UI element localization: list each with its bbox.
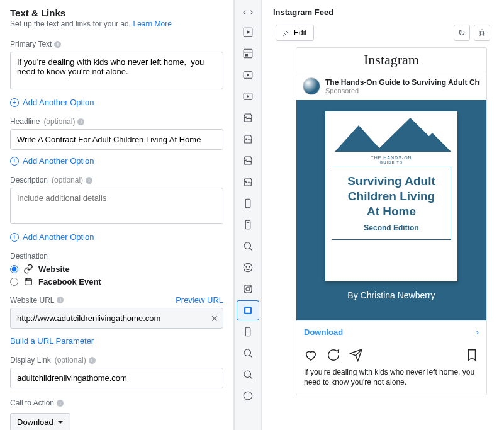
website-label: Website xyxy=(38,264,70,274)
share-icon[interactable] xyxy=(349,348,363,362)
primary-text-input[interactable]: If you're dealing with kids who never le… xyxy=(10,52,223,89)
placement-feed-play-icon[interactable] xyxy=(237,22,259,42)
display-link-label: Display Link xyxy=(10,356,51,365)
svg-marker-9 xyxy=(247,95,250,98)
add-text-label: Add Another Option xyxy=(23,232,94,242)
primary-text-label: Primary Text xyxy=(10,40,52,48)
learn-more-link[interactable]: Learn More xyxy=(133,20,171,28)
svg-point-23 xyxy=(244,349,251,356)
placement-marketplace4-icon[interactable] xyxy=(237,172,259,192)
svg-line-24 xyxy=(250,355,252,358)
optional-label: (optional) xyxy=(55,356,86,365)
section-title: Text & Links xyxy=(10,8,223,18)
radio-input[interactable] xyxy=(10,265,18,273)
bug-icon[interactable] xyxy=(474,25,490,41)
book-title: Surviving Adult Children Living At Home xyxy=(347,174,435,218)
info-icon[interactable]: i xyxy=(86,177,92,184)
build-url-param-link[interactable]: Build a URL Parameter xyxy=(10,336,94,346)
heart-icon[interactable] xyxy=(304,348,318,362)
placement-video-icon[interactable] xyxy=(237,65,259,85)
svg-point-15 xyxy=(246,266,247,268)
cta-value: Download xyxy=(17,417,53,427)
svg-point-14 xyxy=(244,263,252,272)
placement-mobile-store-icon[interactable] xyxy=(237,215,259,235)
info-icon[interactable]: i xyxy=(77,118,84,125)
destination-label: Destination xyxy=(10,252,48,261)
placement-messenger-icon[interactable] xyxy=(237,386,259,406)
svg-point-16 xyxy=(249,266,250,268)
next-placement-icon[interactable]: › xyxy=(249,5,254,19)
destination-website-radio[interactable]: Website xyxy=(10,264,223,274)
optional-label: (optional) xyxy=(43,117,75,126)
subtitle-text: Set up the text and links for your ad. xyxy=(10,20,131,28)
placement-instagram-icon[interactable] xyxy=(237,279,259,299)
ig-cta-button[interactable]: Download › xyxy=(296,320,486,343)
cta-label: Call to Action xyxy=(10,399,54,407)
calendar-icon xyxy=(23,276,33,286)
description-input[interactable] xyxy=(10,188,223,224)
placement-marketplace-icon[interactable] xyxy=(237,108,259,128)
description-label: Description xyxy=(10,176,48,184)
placement-search-icon[interactable] xyxy=(237,236,259,256)
placement-search2-icon[interactable] xyxy=(237,343,259,363)
website-url-label: Website URL xyxy=(10,296,54,305)
headline-input[interactable] xyxy=(10,129,223,150)
book-edition: Second Edition xyxy=(341,223,442,233)
website-url-input[interactable] xyxy=(10,308,223,329)
pencil-icon xyxy=(283,29,290,37)
clear-icon[interactable]: ✕ xyxy=(211,314,218,324)
edit-label: Edit xyxy=(294,28,307,37)
edit-button[interactable]: Edit xyxy=(276,25,314,41)
svg-point-18 xyxy=(246,287,250,291)
fbevent-label: Facebook Event xyxy=(38,277,101,286)
add-headline-button[interactable]: + Add Another Option xyxy=(10,156,94,166)
instagram-preview-card: Instagram The Hands-On Guide to Survivin… xyxy=(296,47,487,395)
chevron-right-icon: › xyxy=(476,327,479,337)
info-icon[interactable]: i xyxy=(57,400,64,407)
placement-marketplace2-icon[interactable] xyxy=(237,129,259,149)
placement-mobile-icon[interactable] xyxy=(237,193,259,213)
svg-line-13 xyxy=(250,248,252,251)
preview-title: Instagram Feed xyxy=(273,8,493,17)
bookmark-icon[interactable] xyxy=(465,348,479,362)
optional-label: (optional) xyxy=(52,176,83,184)
svg-marker-2 xyxy=(247,30,250,34)
book-byline: By Christina Newberry xyxy=(347,290,435,300)
info-icon[interactable]: i xyxy=(54,41,61,48)
svg-line-26 xyxy=(250,376,252,379)
display-link-input[interactable] xyxy=(10,368,223,388)
placement-groups-icon[interactable] xyxy=(237,257,259,278)
placement-search3-icon[interactable] xyxy=(237,365,259,385)
refresh-icon[interactable]: ↻ xyxy=(454,25,470,41)
info-icon[interactable]: i xyxy=(89,357,96,364)
ig-cta-label: Download xyxy=(304,327,343,337)
comment-icon[interactable] xyxy=(327,348,340,362)
link-icon xyxy=(23,264,33,274)
placement-video2-icon[interactable] xyxy=(237,86,259,106)
placement-mobile2-icon[interactable] xyxy=(237,322,259,342)
prev-placement-icon[interactable]: ‹ xyxy=(242,5,247,19)
cta-dropdown[interactable]: Download xyxy=(10,413,70,430)
sponsored-label: Sponsored xyxy=(325,87,480,94)
plus-icon: + xyxy=(10,157,19,166)
chevron-down-icon xyxy=(57,421,64,424)
headline-label: Headline xyxy=(10,117,40,126)
book-sup2: GUIDE TO xyxy=(380,161,403,164)
svg-point-19 xyxy=(250,286,251,288)
add-description-button[interactable]: + Add Another Option xyxy=(10,232,94,242)
book-cover: THE HANDS-ONGUIDE TO Surviving Adult Chi… xyxy=(325,111,457,281)
info-icon[interactable]: i xyxy=(57,297,64,303)
destination-fbevent-radio[interactable]: Facebook Event xyxy=(10,276,223,286)
placement-instagram-feed-icon[interactable] xyxy=(237,300,259,320)
placement-marketplace3-icon[interactable] xyxy=(237,150,259,171)
svg-rect-5 xyxy=(245,54,249,57)
radio-input[interactable] xyxy=(10,278,18,286)
ad-image: THE HANDS-ONGUIDE TO Surviving Adult Chi… xyxy=(296,100,486,320)
instagram-logo: Instagram xyxy=(296,48,486,72)
add-primary-text-button[interactable]: + Add Another Option xyxy=(10,98,94,107)
preview-url-link[interactable]: Preview URL xyxy=(176,295,223,305)
svg-marker-7 xyxy=(247,74,250,77)
placement-sidebar-icon[interactable] xyxy=(237,43,259,64)
avatar xyxy=(303,77,320,95)
svg-rect-21 xyxy=(245,308,250,313)
